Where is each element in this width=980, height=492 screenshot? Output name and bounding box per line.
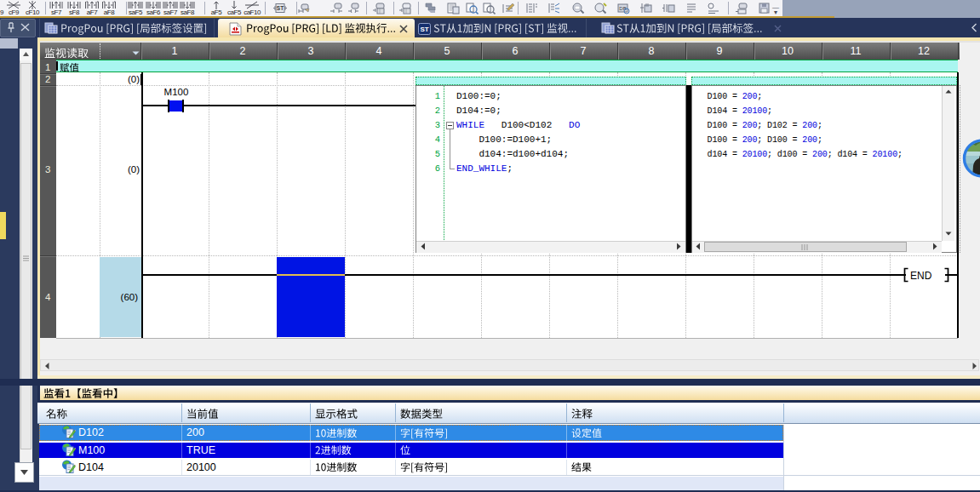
svg-text:ST: ST	[277, 5, 284, 11]
svg-text:ST: ST	[420, 26, 428, 33]
svg-text:END: END	[910, 270, 932, 282]
